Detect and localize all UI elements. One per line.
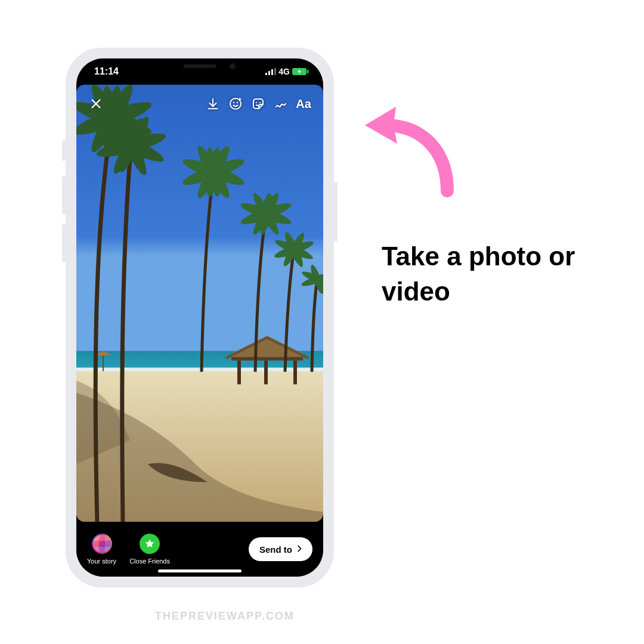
draw-icon[interactable] xyxy=(270,92,292,115)
mute-switch xyxy=(62,140,66,161)
story-share-bar: Your story Close Friends Send to xyxy=(76,522,323,577)
story-editor-topbar: Aa xyxy=(76,91,323,117)
status-right: 4G xyxy=(265,67,309,76)
svg-point-46 xyxy=(237,102,238,103)
send-to-button[interactable]: Send to xyxy=(249,537,312,561)
home-indicator[interactable] xyxy=(158,569,242,572)
close-friends-button[interactable]: Close Friends xyxy=(129,534,170,565)
close-friends-star-icon xyxy=(140,534,160,554)
phone-screen: 11:14 4G xyxy=(76,58,323,577)
battery-charging-icon xyxy=(292,67,309,76)
close-icon[interactable] xyxy=(85,92,107,115)
svg-rect-0 xyxy=(265,73,267,75)
text-tool-button[interactable]: Aa xyxy=(292,92,315,115)
svg-rect-3 xyxy=(274,68,276,75)
svg-rect-5 xyxy=(307,70,309,73)
close-friends-label: Close Friends xyxy=(129,558,170,565)
svg-point-45 xyxy=(233,102,234,103)
annotation-caption: Take a photo or video xyxy=(382,239,584,309)
effects-icon[interactable] xyxy=(224,92,247,115)
watermark: THEPREVIEWAPP.COM xyxy=(155,610,295,623)
svg-rect-13 xyxy=(264,361,268,385)
phone-notch xyxy=(137,58,262,76)
volume-down-button xyxy=(62,224,66,262)
signal-icon xyxy=(265,68,276,75)
send-to-label: Send to xyxy=(259,544,292,555)
phone-frame: 11:14 4G xyxy=(66,48,334,587)
svg-point-47 xyxy=(256,102,257,103)
story-photo xyxy=(76,85,323,522)
status-time: 11:14 xyxy=(94,66,119,77)
your-story-button[interactable]: Your story xyxy=(87,534,116,565)
power-button xyxy=(334,182,338,242)
status-network: 4G xyxy=(278,67,290,76)
download-icon[interactable] xyxy=(202,92,224,115)
svg-rect-10 xyxy=(231,357,303,361)
volume-up-button xyxy=(62,176,66,215)
svg-point-48 xyxy=(259,102,261,103)
chevron-right-icon xyxy=(295,544,304,555)
svg-rect-11 xyxy=(237,361,241,385)
story-editor-viewport: Aa xyxy=(76,85,323,522)
your-story-label: Your story xyxy=(87,558,116,565)
svg-point-44 xyxy=(230,98,241,109)
your-story-avatar-icon xyxy=(92,534,112,554)
svg-rect-1 xyxy=(268,71,270,75)
annotation-arrow-icon xyxy=(358,98,465,206)
svg-rect-2 xyxy=(271,69,273,75)
svg-rect-12 xyxy=(293,361,297,385)
sticker-icon[interactable] xyxy=(247,92,270,115)
